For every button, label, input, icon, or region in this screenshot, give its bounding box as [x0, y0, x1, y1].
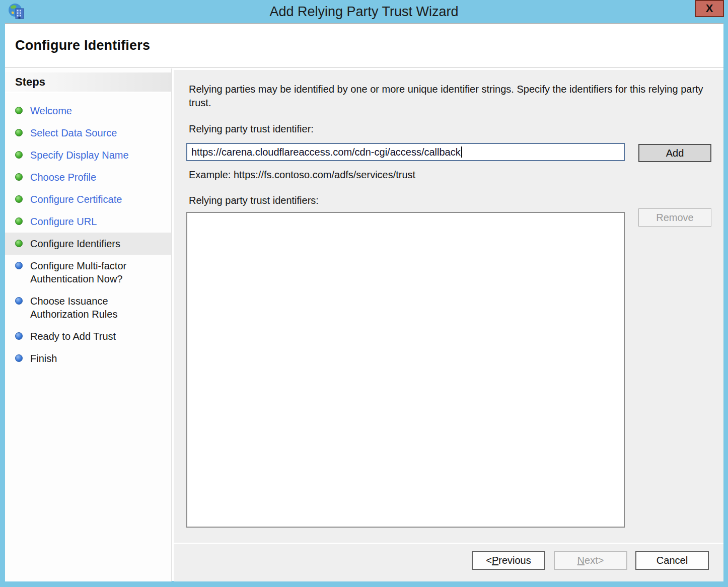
steps-list: Welcome Select Data Source Specify Displ… [5, 93, 171, 370]
step-status-bullet-icon [15, 195, 23, 203]
step-configure-url: Configure URL [5, 210, 171, 233]
step-specify-display-name: Specify Display Name [5, 144, 171, 166]
wizard-window: Configure Identifiers Steps Welcome Sele… [5, 23, 723, 581]
add-button[interactable]: Add [638, 144, 711, 162]
step-welcome: Welcome [5, 100, 171, 122]
next-button[interactable]: Next > [554, 551, 627, 570]
previous-button[interactable]: < Previous [472, 551, 545, 570]
window-title: Add Relying Party Trust Wizard [0, 0, 728, 23]
step-choose-issuance-rules: Choose Issuance Authorization Rules [5, 290, 171, 325]
identifiers-listbox[interactable] [186, 212, 625, 528]
step-status-bullet-icon [15, 173, 23, 181]
step-configure-identifiers: Configure Identifiers [5, 233, 171, 255]
step-status-bullet-icon [15, 332, 23, 340]
page-description: Relying parties may be identified by one… [189, 83, 708, 110]
cancel-button[interactable]: Cancel [635, 551, 709, 570]
steps-sidebar: Steps Welcome Select Data Source Specify… [5, 68, 172, 581]
steps-header: Steps [5, 72, 171, 93]
step-configure-mfa: Configure Multi-factor Authentication No… [5, 255, 171, 290]
step-finish: Finish [5, 347, 171, 370]
remove-button[interactable]: Remove [638, 208, 711, 227]
identifier-field-label: Relying party trust identifier: [189, 123, 314, 135]
step-choose-profile: Choose Profile [5, 166, 171, 188]
step-select-data-source: Select Data Source [5, 122, 171, 144]
step-configure-certificate: Configure Certificate [5, 188, 171, 210]
step-status-bullet-icon [15, 240, 23, 247]
step-status-bullet-icon [15, 354, 23, 362]
step-status-bullet-icon [15, 151, 23, 159]
step-status-bullet-icon [15, 217, 23, 225]
step-status-bullet-icon [15, 262, 23, 269]
step-status-bullet-icon [15, 297, 23, 305]
content-panel: Relying parties may be identified by one… [174, 70, 723, 543]
page-title: Configure Identifiers [5, 38, 150, 53]
identifiers-list-label: Relying party trust identifiers: [189, 195, 319, 206]
step-ready-to-add-trust: Ready to Add Trust [5, 325, 171, 347]
step-status-bullet-icon [15, 107, 23, 114]
step-status-bullet-icon [15, 129, 23, 136]
identifier-input-value: https://carena.cloudflareaccess.com/cdn-… [191, 146, 461, 158]
close-button[interactable]: X [695, 0, 724, 17]
titlebar: Add Relying Party Trust Wizard X [0, 0, 728, 23]
page-header: Configure Identifiers [5, 24, 723, 68]
text-caret [461, 146, 462, 158]
example-text: Example: https://fs.contoso.com/adfs/ser… [189, 169, 415, 181]
footer-bar: < Previous Next > Cancel [174, 544, 723, 581]
identifier-input[interactable]: https://carena.cloudflareaccess.com/cdn-… [186, 143, 625, 161]
